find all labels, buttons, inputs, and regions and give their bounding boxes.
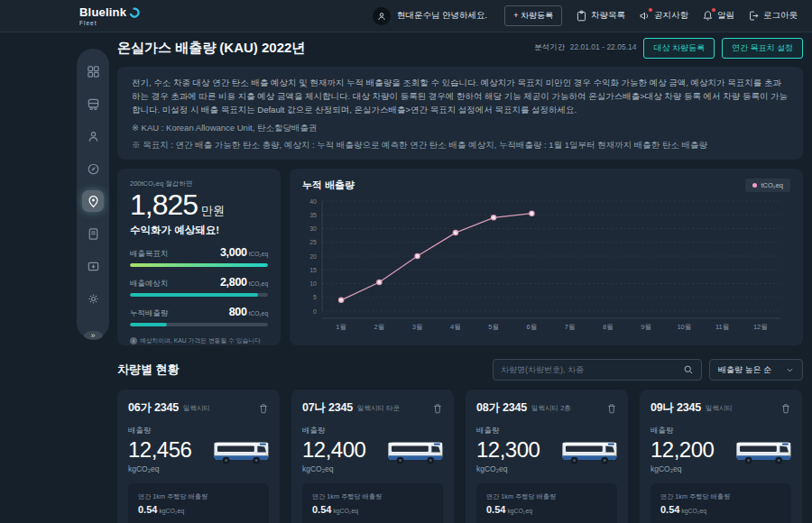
nav-vehicle-list[interactable]: 차량목록 [576, 10, 625, 22]
target-vehicle-register-button[interactable]: 대상 차량등록 [643, 38, 715, 59]
progress-fill [130, 293, 258, 297]
stat-value-annual: 0.54kgCO₂eq [660, 504, 781, 515]
annual-target-setting-button[interactable]: 연간 목표치 설정 [722, 38, 803, 59]
profit-amount-unit: 만원 [201, 203, 225, 219]
metric-value: 3,000 [220, 246, 247, 259]
sidebar-item-drivers[interactable] [82, 125, 104, 147]
svg-text:11월: 11월 [715, 323, 729, 331]
sidebar-item-reports[interactable] [82, 223, 104, 244]
cumulative-emissions-chart-card: 누적 배출량 tCO₂eq 05101520253035401월2월3월4월5월… [290, 169, 803, 345]
vehicle-card: 07나 2345 일렉시티 타운 배출량 12,400 kgCO₂eq [291, 390, 454, 523]
vehicle-search-input[interactable] [501, 365, 678, 374]
sidebar-rail: » [77, 49, 109, 339]
profit-amount: 1,825 [130, 190, 198, 221]
description-text: 전기, 수소 차종 대상 연간 탄소 배출 예상치 및 현재까지 누적 배출량을… [132, 76, 789, 117]
vehicle-card-list: 06가 2345 일렉시티 배출량 12,456 kgCO₂eq [117, 390, 803, 523]
vehicle-plate: 08가 2345 [476, 400, 527, 416]
sort-dropdown[interactable]: 배출량 높은 순 [709, 359, 803, 381]
progress-track [130, 293, 268, 297]
vehicle-card: 09나 2345 일렉시티 배출량 12,200 kgCO₂eq [640, 390, 802, 523]
stat-label-annual: 연간 1km 주행당 배출량 [486, 492, 607, 501]
delete-vehicle-button[interactable] [606, 403, 617, 414]
nav-logout[interactable]: 로그아웃 [748, 10, 798, 22]
period-label: 분석기간 [534, 42, 565, 51]
vehicle-model: 일렉시티 [706, 404, 733, 413]
svg-text:20: 20 [309, 253, 317, 260]
emission-label: 배출량 [302, 426, 443, 436]
svg-text:15: 15 [309, 267, 317, 273]
sidebar-item-payments[interactable] [82, 255, 104, 277]
delete-vehicle-button[interactable] [780, 403, 791, 414]
main-content: 온실가스 배출량 (KAU) 2022년 분석기간 22.01.01 - 22.… [117, 36, 803, 523]
metric-unit: tCO₂eq [249, 251, 268, 257]
emission-label: 배출량 [128, 426, 269, 436]
metric-label: 배출예상치 [130, 279, 169, 289]
per-km-stats: 연간 1km 주행당 배출량 0.54kgCO₂eq 이번달 1km 주행당 배… [476, 483, 617, 523]
legend-label: tCO₂eq [761, 181, 783, 189]
svg-text:4월: 4월 [450, 323, 461, 331]
nav-alerts[interactable]: 알림 [702, 10, 734, 22]
vehicle-plate: 06가 2345 [128, 400, 179, 416]
chart-title: 누적 배출량 [302, 179, 355, 192]
search-icon[interactable] [683, 364, 694, 375]
chart-legend: tCO₂eq [745, 179, 790, 192]
bluelink-logo[interactable]: Bluelink Fleet [79, 5, 140, 26]
chevron-down-icon [786, 366, 794, 374]
svg-text:3월: 3월 [412, 323, 423, 331]
nav-label: 차량목록 [591, 10, 625, 22]
register-vehicle-button[interactable]: + 차량등록 [504, 5, 562, 26]
sidebar-item-emissions[interactable] [82, 190, 104, 212]
clipboard-icon [576, 10, 587, 22]
sidebar-item-dashboard[interactable] [82, 60, 104, 82]
user-avatar-icon[interactable] [373, 7, 391, 25]
bus-illustration [734, 438, 794, 470]
saving-condition: 200tCO₂eq 절감하면 [130, 179, 268, 188]
svg-text:0: 0 [313, 308, 317, 315]
metric-label: 누적배출량 [130, 308, 169, 319]
bell-icon [702, 10, 714, 22]
vehicle-model: 일렉시티 타운 [357, 404, 400, 413]
stat-value-annual: 0.54kgCO₂eq [312, 504, 433, 515]
bus-illustration [560, 438, 620, 470]
svg-text:12월: 12월 [753, 323, 768, 331]
metric-cumulative: 누적배출량 800 tCO₂eq [130, 306, 268, 326]
logo-subtitle: Fleet [79, 20, 140, 26]
emission-label: 배출량 [476, 426, 617, 436]
vehicle-model: 일렉시티 [183, 404, 210, 413]
metric-unit: tCO₂eq [249, 310, 268, 317]
profit-message: 수익화가 예상돼요! [130, 224, 268, 237]
stat-unit: kgCO₂eq [507, 508, 532, 514]
metric-forecast: 배출예상치 2,800 tCO₂eq [130, 276, 268, 297]
svg-text:25: 25 [309, 239, 317, 245]
vehicle-card: 06가 2345 일렉시티 배출량 12,456 kgCO₂eq [117, 390, 280, 523]
svg-text:1월: 1월 [336, 323, 346, 331]
vehicle-section-title: 차량별 현황 [117, 362, 180, 378]
alert-badge [711, 7, 716, 13]
svg-text:7월: 7월 [565, 323, 576, 331]
stat-unit: kgCO₂eq [681, 508, 706, 514]
nav-label: 공지사항 [654, 10, 688, 22]
kau-price-footnote: i 예상치이며, KAU 가격은 변동될 수 있습니다 [130, 336, 268, 345]
stat-unit: kgCO₂eq [159, 508, 184, 514]
svg-text:5월: 5월 [488, 323, 499, 331]
vehicle-plate: 09나 2345 [651, 400, 701, 416]
sidebar-item-settings[interactable] [82, 288, 104, 309]
svg-text:10월: 10월 [677, 323, 691, 331]
metric-unit: tCO₂eq [249, 280, 268, 287]
analysis-period: 분석기간 22.01.01 - 22.05.14 [534, 42, 636, 53]
delete-vehicle-button[interactable] [432, 403, 443, 414]
bus-illustration [386, 438, 446, 470]
delete-vehicle-button[interactable] [258, 403, 269, 414]
svg-text:2월: 2월 [374, 323, 385, 331]
metric-target: 배출목표치 3,000 tCO₂eq [130, 246, 268, 267]
sidebar-collapse-button[interactable]: » [84, 331, 103, 340]
per-km-stats: 연간 1km 주행당 배출량 0.54kgCO₂eq 이번달 1km 주행당 배… [651, 483, 791, 523]
sidebar-item-vehicles[interactable] [82, 93, 104, 115]
sidebar-item-driving[interactable] [82, 158, 104, 179]
svg-text:5: 5 [313, 294, 317, 300]
vehicle-card: 08가 2345 일렉시티 2층 배출량 12,300 kgCO₂eq [466, 390, 628, 523]
nav-notices[interactable]: 공지사항 [639, 10, 688, 22]
stat-value-annual: 0.54kgCO₂eq [138, 504, 259, 515]
svg-text:10: 10 [309, 280, 317, 287]
notice-badge [648, 7, 653, 13]
